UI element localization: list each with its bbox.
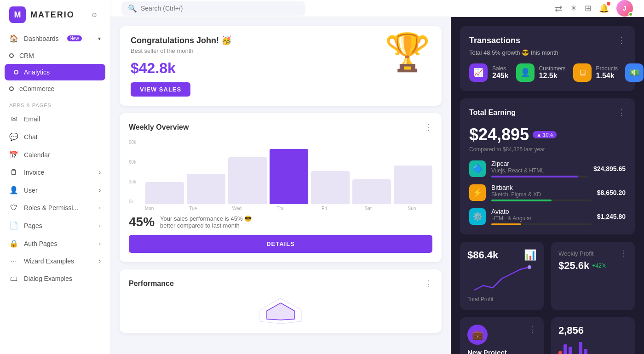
sidebar-item-crm[interactable]: CRM	[0, 47, 110, 64]
sidebar-item-chat[interactable]: 💬 Chat	[0, 128, 110, 146]
main-content: 🔍 ⇄ ☀ ⊞ 🔔 J Congratulations John! 🥳	[110, 0, 644, 354]
theme-icon[interactable]: ☀	[570, 3, 577, 13]
weekly-profit-menu[interactable]: ⋮	[620, 249, 627, 258]
x-label-Tue: Tue	[172, 206, 213, 211]
revenue-icon: 💵	[625, 63, 644, 82]
mini-bar-0	[558, 351, 562, 354]
transactions-header: Transactions ⋮	[469, 35, 626, 46]
email-label: Email	[24, 115, 40, 123]
chart-bar-Tue	[187, 174, 225, 204]
performance-title: Performance	[129, 280, 174, 288]
project-menu[interactable]: ⋮	[528, 325, 536, 348]
pages-label: Pages	[24, 222, 42, 229]
sidebar-item-pages[interactable]: 📄 Pages ›	[0, 217, 110, 234]
sidebar-item-user[interactable]: 👤 User ›	[0, 181, 110, 199]
zipcar-icon: 🔷	[469, 160, 486, 177]
translate-icon[interactable]: ⇄	[555, 3, 563, 14]
weekly-description: Your sales performance is 45% 😎better co…	[160, 215, 432, 229]
congrats-card: Congratulations John! 🥳 Best seller of t…	[120, 26, 442, 106]
chevron-icon: ›	[99, 240, 101, 247]
chat-icon: 💬	[9, 132, 18, 141]
sidebar-item-calendar[interactable]: 📅 Calendar	[0, 146, 110, 164]
earning-item-aviato: ⚙️ Aviato HTML & Angular $1,245.80	[469, 208, 626, 225]
bitbank-progress	[491, 200, 592, 201]
chevron-icon: ›	[99, 205, 101, 211]
sidebar-item-invoice[interactable]: 🗒 Invoice ›	[0, 164, 110, 181]
bitbank-icon: ⚡	[469, 184, 486, 201]
earning-items: 🔷 Zipcar Vuejs, React & HTML $24,895.65 …	[469, 160, 626, 225]
mini-bar-5	[584, 349, 587, 354]
dot-icon	[9, 86, 14, 91]
chart-y-labels: 90k 60k 30k 0k	[129, 140, 136, 204]
mini-bar-4	[579, 342, 582, 354]
weekly-percent: 45%	[129, 215, 155, 229]
new-badge: New	[67, 35, 82, 41]
x-label-Wed: Wed	[216, 206, 257, 211]
view-sales-button[interactable]: VIEW SALES	[131, 82, 190, 97]
invoice-label: Invoice	[24, 169, 44, 176]
x-label-Sun: Sun	[391, 206, 432, 211]
notification-dot	[607, 2, 610, 6]
earning-menu-icon[interactable]: ⋮	[617, 108, 626, 118]
avatar[interactable]: J	[616, 0, 633, 17]
search-input[interactable]	[141, 5, 299, 12]
dialog-label: Dialog Examples	[24, 275, 72, 282]
sidebar-item-analytics[interactable]: Analytics	[5, 64, 105, 80]
notification-icon[interactable]: 🔔	[599, 3, 609, 13]
trans-stat-customers: 👤 Customers 12.5k	[516, 63, 566, 82]
performance-menu-icon[interactable]: ⋮	[424, 279, 432, 289]
total-profit-card: $86.4k 📊 Total Profit	[460, 242, 544, 310]
avatar-online-dot	[628, 12, 633, 17]
x-label-Fri: Fri	[304, 206, 345, 211]
invoice-icon: 🗒	[9, 168, 18, 177]
calendar-label: Calendar	[24, 151, 50, 159]
record-icon-btn[interactable]: ⊙	[88, 8, 101, 21]
dialog-icon: 🗃	[9, 274, 18, 283]
products-icon: 🖥	[573, 63, 592, 82]
profit-chart-icon[interactable]: 📊	[524, 249, 536, 261]
ecommerce-label: eCommerce	[19, 85, 54, 92]
mini-bar-2	[569, 347, 572, 354]
zipcar-progress	[491, 176, 588, 177]
sidebar-item-dashboards[interactable]: 🏠 Dashboards New ▾	[0, 29, 110, 47]
search-bar[interactable]: 🔍	[121, 1, 305, 16]
user-icon: 👤	[9, 186, 18, 194]
performance-chart	[235, 296, 327, 324]
weekly-stats: 45% Your sales performance is 45% 😎bette…	[129, 215, 432, 229]
transactions-card: Transactions ⋮ Total 48.5% growth 😎 this…	[460, 26, 635, 91]
sidebar-item-roles[interactable]: 🛡 Roles & Permissi... ›	[0, 199, 110, 217]
chevron-icon: ▾	[98, 35, 101, 42]
pages-icon: 📄	[9, 221, 18, 230]
details-button[interactable]: DETAILS	[129, 235, 432, 253]
sidebar-logo-row: M MATERIO ⊙	[0, 0, 110, 29]
earning-header: Total Earning ⋮	[469, 108, 626, 118]
crm-label: CRM	[19, 52, 34, 59]
sidebar-item-auth[interactable]: 🔒 Auth Pages ›	[0, 234, 110, 252]
chart-bar-Fri	[311, 171, 350, 204]
header: 🔍 ⇄ ☀ ⊞ 🔔 J	[110, 0, 644, 17]
svg-point-2	[528, 265, 531, 269]
sales-icon: 📈	[469, 63, 488, 82]
dot-icon	[9, 53, 14, 58]
auth-label: Auth Pages	[24, 240, 57, 247]
congrats-subtitle: Best seller of the month	[131, 47, 231, 54]
trans-stat-revenue: 💵 Revenue $88k	[625, 63, 644, 82]
mini-bars-total: 2,856	[558, 325, 627, 337]
sidebar-item-wizard[interactable]: ··· Wizard Examples ›	[0, 252, 110, 270]
sidebar-item-email[interactable]: ✉ Email	[0, 110, 110, 128]
transactions-menu-icon[interactable]: ⋮	[617, 35, 626, 46]
weekly-menu-icon[interactable]: ⋮	[424, 122, 432, 132]
content-left: Congratulations John! 🥳 Best seller of t…	[110, 17, 451, 354]
shield-icon: 🛡	[9, 204, 18, 212]
grid-icon[interactable]: ⊞	[585, 3, 592, 13]
weekly-profit-label: Weekly Profit	[558, 250, 593, 257]
weekly-profit-amount: $25.6k	[558, 260, 589, 272]
weekly-header: Weekly Overview ⋮	[129, 122, 432, 132]
content-area: Congratulations John! 🥳 Best seller of t…	[110, 17, 644, 354]
sidebar-item-dialog[interactable]: 🗃 Dialog Examples	[0, 270, 110, 287]
sidebar-item-ecommerce[interactable]: eCommerce	[0, 80, 110, 97]
sidebar: M MATERIO ⊙ 🏠 Dashboards New ▾ CRM Analy…	[0, 0, 110, 354]
profit-mini-chart	[467, 265, 536, 292]
profit-grid: $86.4k 📊 Total Profit Weekly Profit	[460, 242, 635, 354]
congrats-title: Congratulations John! 🥳	[131, 35, 231, 46]
